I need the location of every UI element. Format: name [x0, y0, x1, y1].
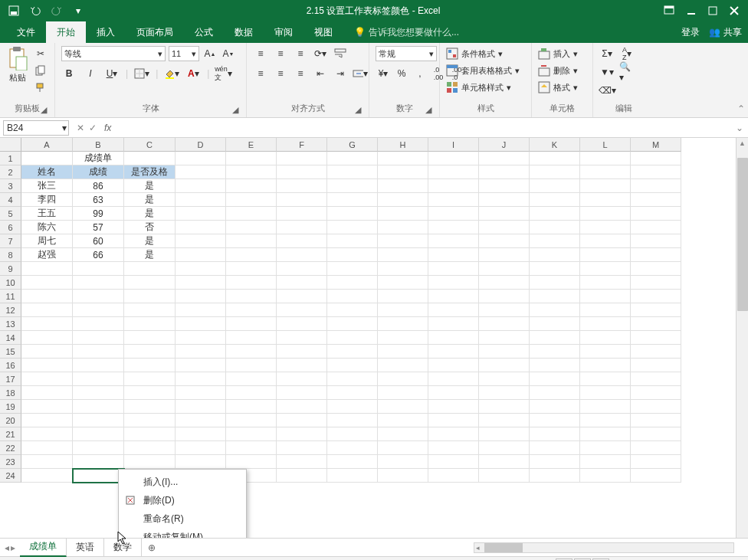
- wrap-text-icon[interactable]: [333, 46, 348, 61]
- cell-D13[interactable]: [176, 317, 226, 331]
- cell-B19[interactable]: [73, 400, 124, 414]
- cell-M4[interactable]: [631, 193, 681, 207]
- sheet-nav-next-icon[interactable]: ▸: [11, 542, 15, 553]
- cell-E15[interactable]: [226, 345, 277, 359]
- cell-I23[interactable]: [428, 455, 479, 469]
- cell-G23[interactable]: [327, 455, 378, 469]
- cell-J2[interactable]: [479, 165, 530, 179]
- col-header-J[interactable]: J: [479, 138, 530, 152]
- cell-I16[interactable]: [428, 359, 479, 372]
- cell-G15[interactable]: [327, 345, 378, 359]
- cell-A6[interactable]: 陈六: [21, 221, 73, 234]
- cell-D5[interactable]: [176, 207, 226, 221]
- ctx-rename[interactable]: 重命名(R): [119, 509, 246, 528]
- cell-M24[interactable]: [631, 469, 681, 483]
- cell-L3[interactable]: [580, 179, 631, 193]
- cell-J1[interactable]: [479, 152, 530, 165]
- redo-icon[interactable]: [49, 3, 64, 18]
- cell-B2[interactable]: 成绩: [73, 165, 124, 179]
- cell-A8[interactable]: 赵强: [21, 248, 73, 262]
- cell-J18[interactable]: [479, 386, 530, 400]
- cell-M23[interactable]: [631, 455, 681, 469]
- cell-C22[interactable]: [124, 441, 176, 455]
- cell-B11[interactable]: [73, 290, 124, 303]
- cell-E11[interactable]: [226, 290, 277, 303]
- cell-K12[interactable]: [530, 303, 580, 317]
- cell-J21[interactable]: [479, 427, 530, 441]
- cell-K18[interactable]: [530, 386, 580, 400]
- cell-L15[interactable]: [580, 345, 631, 359]
- cancel-formula-icon[interactable]: ✕: [77, 123, 84, 133]
- row-header-21[interactable]: 21: [0, 427, 21, 441]
- row-header-8[interactable]: 8: [0, 248, 21, 262]
- namebox-dropdown-icon[interactable]: ▾: [62, 123, 67, 133]
- dec-indent-icon[interactable]: ⇤: [313, 66, 328, 81]
- cell-J20[interactable]: [479, 414, 530, 427]
- cell-F10[interactable]: [277, 276, 327, 290]
- cell-C13[interactable]: [124, 317, 176, 331]
- cell-B14[interactable]: [73, 331, 124, 345]
- cell-C10[interactable]: [124, 276, 176, 290]
- cell-A20[interactable]: [21, 414, 73, 427]
- cell-D21[interactable]: [176, 427, 226, 441]
- cell-K9[interactable]: [530, 262, 580, 276]
- minimize-icon[interactable]: [687, 6, 696, 15]
- percent-icon[interactable]: %: [394, 66, 409, 81]
- number-format-combo[interactable]: 常规▾: [376, 46, 437, 61]
- cell-C5[interactable]: 是: [124, 207, 176, 221]
- row-header-13[interactable]: 13: [0, 317, 21, 331]
- col-header-B[interactable]: B: [73, 138, 124, 152]
- cell-D2[interactable]: [176, 165, 226, 179]
- cell-K15[interactable]: [530, 345, 580, 359]
- cell-B20[interactable]: [73, 414, 124, 427]
- cell-H13[interactable]: [378, 317, 428, 331]
- cell-F4[interactable]: [277, 193, 327, 207]
- cell-G16[interactable]: [327, 359, 378, 372]
- cell-styles-button[interactable]: 单元格样式▾: [446, 80, 520, 95]
- cell-M2[interactable]: [631, 165, 681, 179]
- cell-L2[interactable]: [580, 165, 631, 179]
- cell-C15[interactable]: [124, 345, 176, 359]
- cell-E22[interactable]: [226, 441, 277, 455]
- tab-formulas[interactable]: 公式: [184, 21, 224, 43]
- cell-J14[interactable]: [479, 331, 530, 345]
- cell-K8[interactable]: [530, 248, 580, 262]
- collapse-ribbon-icon[interactable]: ⌃: [737, 103, 745, 114]
- login-link[interactable]: 登录: [681, 26, 700, 39]
- row-header-19[interactable]: 19: [0, 400, 21, 414]
- cell-D10[interactable]: [176, 276, 226, 290]
- cell-F15[interactable]: [277, 345, 327, 359]
- formula-input[interactable]: [114, 120, 731, 136]
- cell-M13[interactable]: [631, 317, 681, 331]
- row-header-3[interactable]: 3: [0, 179, 21, 193]
- col-header-F[interactable]: F: [277, 138, 327, 152]
- cell-E14[interactable]: [226, 331, 277, 345]
- hscroll-thumb[interactable]: [484, 543, 523, 552]
- orientation-icon[interactable]: ⟳▾: [313, 46, 328, 61]
- cell-L5[interactable]: [580, 207, 631, 221]
- cell-D14[interactable]: [176, 331, 226, 345]
- horizontal-scrollbar[interactable]: ◂: [474, 542, 734, 553]
- cell-I14[interactable]: [428, 331, 479, 345]
- cell-A22[interactable]: [21, 441, 73, 455]
- cell-A2[interactable]: 姓名: [21, 165, 73, 179]
- cell-I18[interactable]: [428, 386, 479, 400]
- cell-J9[interactable]: [479, 262, 530, 276]
- row-header-1[interactable]: 1: [0, 152, 21, 165]
- cell-B6[interactable]: 57: [73, 221, 124, 234]
- cell-I1[interactable]: [428, 152, 479, 165]
- cell-H18[interactable]: [378, 386, 428, 400]
- cell-J7[interactable]: [479, 234, 530, 248]
- border-icon[interactable]: ▾: [134, 66, 149, 81]
- cell-J24[interactable]: [479, 469, 530, 483]
- cell-J12[interactable]: [479, 303, 530, 317]
- cell-D7[interactable]: [176, 234, 226, 248]
- currency-icon[interactable]: ¥▾: [376, 66, 391, 81]
- tab-data[interactable]: 数据: [224, 21, 264, 43]
- cell-A10[interactable]: [21, 276, 73, 290]
- autosum-icon[interactable]: Σ▾: [599, 46, 615, 61]
- cell-K1[interactable]: [530, 152, 580, 165]
- cell-B15[interactable]: [73, 345, 124, 359]
- cell-H19[interactable]: [378, 400, 428, 414]
- undo-icon[interactable]: [28, 3, 43, 18]
